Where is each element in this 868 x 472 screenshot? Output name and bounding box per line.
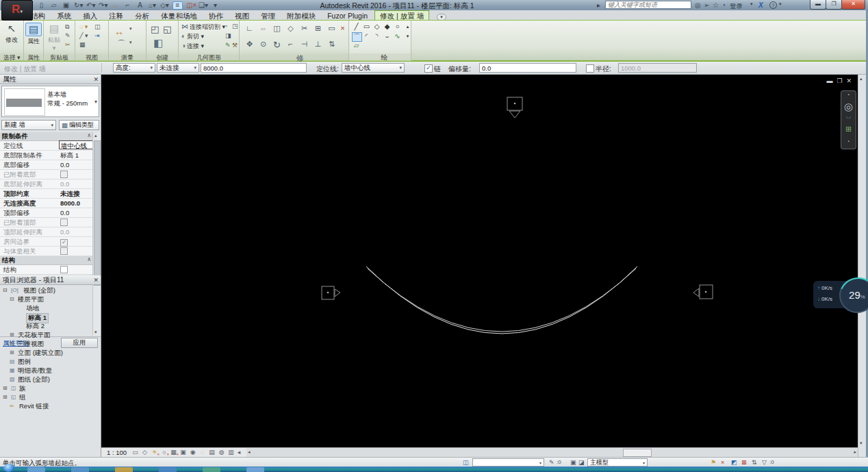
sun-path-icon[interactable]: ☀× xyxy=(151,449,158,456)
match-type-icon[interactable]: ✎ xyxy=(65,32,71,39)
sync-icon[interactable]: ↻▾ xyxy=(74,2,83,9)
unpin-icon[interactable]: ⇅ xyxy=(326,40,337,49)
measure-caret-icon[interactable]: ▾ xyxy=(129,26,132,32)
inscribed-polygon-tool-icon[interactable]: ◇ xyxy=(372,23,381,31)
infocenter-search-input[interactable] xyxy=(605,1,691,9)
tree-item-site[interactable]: 场地 xyxy=(0,304,101,313)
edit-type-button[interactable]: ▦ 编辑类型 xyxy=(59,120,99,130)
array-icon[interactable]: ⊞ xyxy=(312,24,324,33)
project-browser-close-icon[interactable]: ✕ xyxy=(93,275,99,285)
copy-icon-modify[interactable]: ⊙ xyxy=(257,40,269,49)
location-line-edit-cell[interactable]: 墙中心线 xyxy=(59,140,94,149)
structure-group-header[interactable]: 结构∧ xyxy=(0,256,93,265)
arc-wall-inner-face[interactable] xyxy=(368,269,636,332)
height-value-input[interactable] xyxy=(201,63,307,73)
crop-region-icon[interactable]: ▣ xyxy=(179,449,187,456)
related-to-mass-checkbox[interactable] xyxy=(60,247,68,255)
default-3d-view-icon[interactable]: ⌂▾ xyxy=(148,2,157,9)
drawing-area[interactable]: ▬❐✕ ▪ ◎ ◡ ⊞ ▪ xyxy=(101,75,858,447)
horizontal-scroll-thumb[interactable] xyxy=(623,449,652,457)
worksets-icon[interactable]: ◫ xyxy=(463,459,469,466)
top-attached-checkbox[interactable] xyxy=(60,219,68,226)
copy-icon[interactable]: ⧉ xyxy=(65,23,69,31)
worksharing-display-icon[interactable]: ▤ xyxy=(208,449,216,456)
expand-icon[interactable]: ⊞ xyxy=(3,394,8,400)
view-settings-icon[interactable]: ▦ xyxy=(79,41,86,48)
height-constraint-dropdown[interactable]: 未连接▾ xyxy=(157,63,199,73)
elevation-marker-left[interactable] xyxy=(322,286,340,299)
thin-lines-icon[interactable]: ≡ xyxy=(173,1,183,10)
split-face-icon[interactable]: ◨ xyxy=(225,32,231,39)
join-end-cut-button[interactable]: ⋈连接端切割 ▾ xyxy=(181,23,225,32)
split-element-icon[interactable]: ✂ xyxy=(298,24,310,33)
property-row-location-line[interactable]: 定位线 墙中心线 xyxy=(0,141,93,151)
radius-value-input[interactable] xyxy=(618,63,697,73)
rotate-icon[interactable]: ↻ xyxy=(271,40,283,50)
properties-close-icon[interactable]: ✕ xyxy=(93,75,99,84)
paint-icon[interactable]: ✎ xyxy=(225,42,231,49)
detail-level-icon[interactable]: ▭ xyxy=(131,449,139,456)
restore-button[interactable]: ❐ xyxy=(826,0,842,10)
subscription-icon[interactable]: ➢ xyxy=(704,1,709,9)
spline-tool-icon[interactable]: ∿ xyxy=(393,32,402,40)
measure-line-icon[interactable]: ↔ xyxy=(114,26,124,37)
filter-icon[interactable]: ▽ xyxy=(762,459,767,466)
navbar-options-icon[interactable]: ▪ xyxy=(841,92,856,97)
tree-item-elevations[interactable]: ⊞ 立面 (建筑立面) xyxy=(0,349,101,358)
text-icon[interactable]: A xyxy=(136,2,144,9)
chain-checkbox[interactable]: ✓ xyxy=(424,64,433,73)
scale-button[interactable]: 1 : 100 xyxy=(107,449,127,456)
structural-checkbox[interactable] xyxy=(60,266,68,273)
tab-fuzor-plugin[interactable]: Fuzor Plugin xyxy=(322,11,372,21)
section-icon[interactable]: ◇▾ xyxy=(160,2,169,9)
properties-scroll-up-icon[interactable]: ▴ xyxy=(94,133,97,138)
visual-style-icon[interactable]: ◇ xyxy=(141,449,149,456)
property-row-base-attached[interactable]: 已附着底部 xyxy=(0,170,93,179)
vcb-collapse-icon[interactable]: ◂ xyxy=(237,449,241,456)
design-option-dropdown[interactable]: 主模型▾ xyxy=(587,458,648,467)
undo-icon[interactable]: ↶▾ xyxy=(86,2,95,9)
tree-item-ceiling-plans[interactable]: ⊞ 天花板平面 xyxy=(0,331,101,340)
center-ends-arc-tool-icon[interactable]: ◜ xyxy=(362,32,371,40)
scroll-up-icon[interactable]: ▴ xyxy=(860,76,863,82)
analytical-model-icon[interactable]: ▥ xyxy=(227,449,235,456)
exclude-links-icon[interactable]: ⊠ xyxy=(741,459,747,466)
panel-select-label[interactable]: 选择 ▾ xyxy=(0,53,23,61)
temporary-hide-isolate-icon[interactable]: ◉ xyxy=(189,449,196,456)
tree-item-floor-plans[interactable]: ⊟ 楼层平面 xyxy=(0,295,101,304)
mirror-draw-axis-icon[interactable]: ◇ xyxy=(285,24,296,33)
property-row-unconnected-height[interactable]: 无连接高度8000.0 xyxy=(0,199,93,208)
tree-item-sheets[interactable]: ▧ 图纸 (全部) xyxy=(0,375,101,384)
exclude-options-icon[interactable]: ⚑ xyxy=(711,459,716,466)
select-underlay-icon[interactable]: ⇅ xyxy=(752,459,757,466)
expand-icon[interactable]: ⊞ xyxy=(3,385,8,391)
offset-value-input[interactable] xyxy=(479,63,576,73)
horizontal-scrollbar[interactable]: ◂ ▸ xyxy=(246,448,858,457)
height-mode-dropdown[interactable]: 高度:▾ xyxy=(113,63,155,73)
tangent-arc-tool-icon[interactable]: ◝ xyxy=(372,32,381,40)
mirror-pick-axis-icon[interactable]: ◫ xyxy=(271,24,283,33)
draw-scroll-down-icon[interactable]: ▾ xyxy=(403,32,412,40)
property-row-top-offset[interactable]: 顶部偏移0.0 xyxy=(0,208,93,218)
view-range-icon[interactable]: ⇥ xyxy=(94,32,100,39)
hammer-icon[interactable]: ⚒ xyxy=(232,42,238,49)
trim-extend-icon[interactable]: ⊣ xyxy=(298,40,310,49)
design-options-icon[interactable]: ▣ xyxy=(570,459,576,466)
view-restore-icon[interactable]: ❐ xyxy=(837,77,846,84)
scale-icon[interactable]: ▭ xyxy=(326,24,337,33)
pin-icon[interactable]: ⊥ xyxy=(312,40,324,49)
shadows-icon[interactable]: ☼× xyxy=(160,449,168,456)
modify-tool-button[interactable]: ↖ 修改 xyxy=(2,23,21,45)
demolish-icon[interactable]: ◳ xyxy=(232,23,238,29)
reveal-hidden-icon[interactable]: ◌ xyxy=(199,449,206,456)
delete-icon[interactable]: × xyxy=(337,24,348,32)
expand-icon[interactable]: ⊞ xyxy=(10,332,14,338)
pick-lines-tool-icon[interactable]: ▱ xyxy=(352,42,361,50)
customize-qat-icon[interactable]: ▾ xyxy=(211,2,220,9)
view-minimize-icon[interactable]: ▬ xyxy=(826,77,837,84)
property-row-base-constraint[interactable]: 底部限制条件标高 1 xyxy=(0,151,93,160)
workset-dropdown[interactable]: ▾ xyxy=(472,458,544,467)
start-orb-icon[interactable] xyxy=(3,464,14,472)
tree-item-level-1[interactable]: 标高 1 xyxy=(0,313,101,322)
switch-windows-icon[interactable]: ❏▾ xyxy=(199,2,207,9)
